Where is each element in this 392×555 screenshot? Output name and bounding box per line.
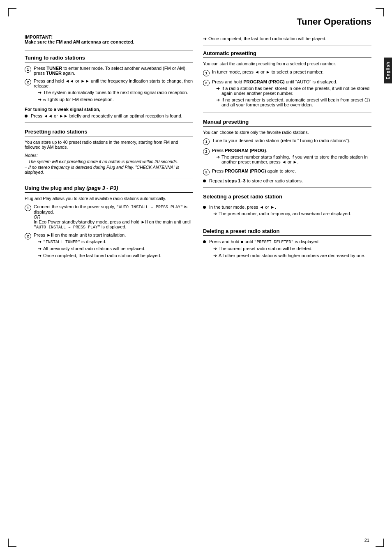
plug-play-step-1: 1 Connect the system to the power supply… — [25, 204, 193, 230]
manual-preset-repeat-bullet: Repeat steps 1–3 to store other radio st… — [203, 178, 371, 183]
page-title: Tuner Operations — [25, 16, 371, 27]
manual-preset-arrow-1-text: The preset number starts flashing. If yo… — [221, 154, 371, 164]
corner-tl — [8, 8, 16, 16]
arrow-icon-ap1: ➜ — [216, 86, 220, 91]
auto-preset-arrow-1: ➜ If a radio station has been stored in … — [212, 86, 371, 96]
weak-signal-subheading: For tuning to a weak signal station, — [25, 107, 193, 112]
arrow-icon-mp1: ➜ — [216, 154, 220, 160]
tuning-step-2: 2 Press and hold ◄◄ or ►► until the freq… — [25, 78, 193, 104]
arrow-icon-1: ➜ — [38, 90, 42, 95]
section-title-tuning: Tuning to radio stations — [25, 55, 193, 62]
plug-play-arrow-1: ➜ "INSTALL TUNER" is displayed. — [34, 239, 193, 244]
notes-block: Notes: – The system will exit presetting… — [25, 153, 193, 175]
section-title-manual-preset: Manual presetting — [203, 119, 371, 127]
divider-right-top — [203, 46, 371, 46]
once-completed-text: Once completed, the last tuned radio sta… — [208, 36, 326, 41]
deleting-arrow-2-text: All other preset radio stations with hig… — [219, 253, 365, 258]
arrow-icon-pp1: ➜ — [38, 239, 42, 244]
step-number-1: 1 — [25, 66, 31, 73]
weak-signal-text: Press ◄◄ or ►► briefly and repeatedly un… — [31, 113, 193, 118]
manual-preset-arrow-1: ➜ The preset number starts flashing. If … — [212, 154, 371, 164]
manual-preset-step-number-3: 3 — [203, 169, 210, 175]
divider-important — [25, 50, 193, 51]
right-col-once-completed: ➜ Once completed, the last tuned radio s… — [203, 36, 371, 41]
deleting-arrow-2: ➜ All other preset radio stations with h… — [209, 253, 371, 258]
arrow-icon-oc: ➜ — [203, 36, 207, 41]
important-label: IMPORTANT! — [25, 35, 193, 39]
bullet-dot-selecting — [203, 206, 206, 209]
note-line-1: – The system will exit presetting mode i… — [25, 159, 193, 164]
important-box: IMPORTANT! Make sure the FM and AM anten… — [25, 35, 193, 44]
section-title-selecting: Selecting a preset radio station — [203, 193, 371, 201]
arrow-icon-pp2: ➜ — [38, 246, 42, 251]
plug-play-arrow-2: ➜ All previously stored radio stations w… — [34, 246, 193, 251]
auto-preset-intro: You can start the automatic presetting f… — [203, 61, 371, 66]
auto-preset-step-number-2: 2 — [203, 80, 210, 86]
plug-play-step-1-content: Connect the system to the power supply, … — [34, 204, 193, 230]
divider-manual-selecting — [203, 187, 371, 188]
content-area: IMPORTANT! Make sure the FM and AM anten… — [25, 35, 371, 263]
section-title-presetting: Presetting radio stations — [25, 129, 193, 136]
plug-play-step-number-2: 2 — [25, 233, 31, 240]
deleting-text: Press and hold ■ until "PRESET DELETED" … — [209, 239, 371, 260]
important-text: Make sure the FM and AM antennas are con… — [25, 39, 193, 44]
manual-preset-step-2-content: Press PROGRAM (PROG). ➜ The preset numbe… — [212, 148, 371, 166]
note-line-2: – If no stereo frequency is detected dur… — [25, 165, 193, 175]
bullet-dot-weak — [25, 115, 28, 117]
plug-play-step-2: 2 Press ►II on the main unit to start in… — [25, 233, 193, 260]
auto-preset-step-1-content: In tuner mode, press ◄ or ► to select a … — [212, 69, 371, 74]
divider-auto-manual — [203, 113, 371, 113]
manual-preset-intro: You can choose to store only the favorit… — [203, 130, 371, 135]
page-number: 21 — [364, 538, 369, 543]
plug-play-intro: Plug and Play allows you to store all av… — [25, 196, 193, 201]
bullet-dot-repeat — [203, 180, 206, 182]
plug-play-arrow-2-text: All previously stored radio stations wil… — [43, 246, 145, 251]
deleting-arrow-1-text: The current preset radio station will be… — [219, 246, 313, 251]
manual-preset-step-3: 3 Press PROGRAM (PROG) again to store. — [203, 168, 371, 175]
selecting-bullet: In the tuner mode, press ◄ or ►. ➜ The p… — [203, 205, 371, 218]
section-title-deleting: Deleting a preset radio station — [203, 228, 371, 236]
section-title-auto-preset: Automatic presetting — [203, 50, 371, 58]
arrow-icon-sel1: ➜ — [213, 211, 217, 216]
divider-tuning — [25, 122, 193, 123]
page: English Tuner Operations IMPORTANT! Make… — [0, 0, 392, 555]
selecting-arrow-1: ➜ The preset number, radio frequency, an… — [209, 211, 371, 216]
auto-preset-step-1: 1 In tuner mode, press ◄ or ► to select … — [203, 69, 371, 76]
tuning-arrow-1-text: The system automatically tunes to the ne… — [43, 90, 188, 95]
manual-preset-step-1: 1 Tune to your desired radio station (re… — [203, 138, 371, 145]
corner-bl — [8, 539, 16, 547]
english-tab: English — [384, 58, 392, 83]
manual-preset-step-2: 2 Press PROGRAM (PROG). ➜ The preset num… — [203, 148, 371, 166]
tuning-arrow-1: ➜ The system automatically tunes to the … — [34, 90, 193, 95]
plug-play-step-2-content: Press ►II on the main unit to start inst… — [34, 233, 193, 260]
selecting-text: In the tuner mode, press ◄ or ►. ➜ The p… — [209, 205, 371, 218]
manual-preset-step-1-content: Tune to your desired radio station (refe… — [212, 138, 371, 143]
manual-preset-step-number-2: 2 — [203, 148, 210, 155]
tuning-arrow-2: ➜ ∞ lights up for FM stereo reception. — [34, 97, 193, 102]
arrow-icon-ap2: ➜ — [216, 97, 220, 103]
notes-label: Notes: — [25, 153, 193, 158]
step-number-2: 2 — [25, 79, 31, 85]
divider-selecting-deleting — [203, 222, 371, 222]
corner-tr — [376, 8, 384, 16]
arrow-icon-2: ➜ — [38, 97, 42, 102]
arrow-icon-del1: ➜ — [213, 246, 217, 251]
manual-preset-step-number-1: 1 — [203, 138, 210, 145]
plug-play-arrow-1-text: "INSTALL TUNER" is displayed. — [43, 239, 106, 244]
repeat-text: Repeat steps 1–3 to store other radio st… — [209, 178, 371, 183]
right-column: ➜ Once completed, the last tuned radio s… — [203, 35, 371, 263]
weak-signal-bullet: Press ◄◄ or ►► briefly and repeatedly un… — [25, 113, 193, 118]
auto-preset-arrow-2-text: If no preset number is selected, automat… — [221, 97, 371, 107]
plug-play-step-number-1: 1 — [25, 205, 31, 211]
auto-preset-step-number-1: 1 — [203, 70, 210, 76]
auto-preset-step-2-content: Press and hold PROGRAM (PROG) until "AUT… — [212, 79, 371, 108]
tuning-step-1: 1 Press TUNER to enter tuner mode. To se… — [25, 66, 193, 76]
tuning-step-2-content: Press and hold ◄◄ or ►► until the freque… — [34, 78, 193, 104]
deleting-arrow-1: ➜ The current preset radio station will … — [209, 246, 371, 251]
corner-br — [376, 539, 384, 547]
arrow-icon-pp3: ➜ — [38, 253, 42, 258]
auto-preset-step-2: 2 Press and hold PROGRAM (PROG) until "A… — [203, 79, 371, 108]
manual-preset-step-3-content: Press PROGRAM (PROG) again to store. — [212, 168, 371, 173]
auto-preset-arrow-1-text: If a radio station has been stored in on… — [221, 86, 371, 96]
plug-play-arrow-3: ➜ Once completed, the last tuned radio s… — [34, 253, 193, 258]
